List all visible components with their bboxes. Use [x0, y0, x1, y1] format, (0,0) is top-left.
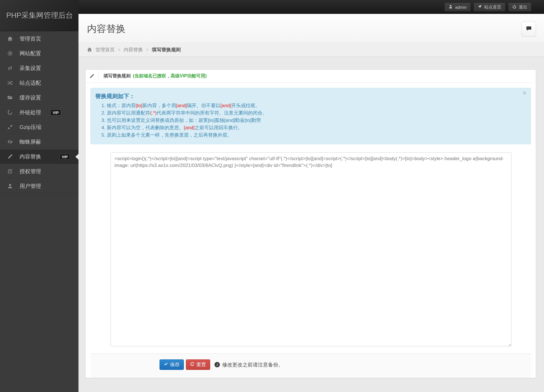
rule-line-4: 4. 新内容可以为空，代表删除的意思。[and]之前可以用回车换行。 [95, 124, 518, 132]
content-header: 内容替换 [78, 14, 544, 43]
sidebar-item-label: 用户管理 [20, 183, 41, 190]
panel-title: 填写替换规则 [103, 73, 131, 79]
sidebar-item-cache-settings[interactable]: 缓存设置 [0, 90, 78, 105]
home-icon [87, 47, 92, 52]
sidebar-item-label: 蜘蛛屏蔽 [20, 138, 41, 146]
rule-line-1: 1. 格式：原内容[to]新内容，多个用[and]隔开。但不要以[and]开头或… [95, 102, 518, 109]
page-body: 填写替换规则 (当前域名已授权，高级VIP功能可用) 替换规则如下： 1. 格式… [78, 57, 544, 378]
site-home-label: 站点首页 [484, 5, 501, 10]
user-account-label: admin [455, 5, 467, 10]
sidebar-item-label: 外链处理 [20, 109, 41, 116]
rules-alert: 替换规则如下： 1. 格式：原内容[to]新内容，多个用[and]隔开。但不要以… [90, 88, 531, 144]
vip-badge: VIP [60, 154, 70, 160]
sidebar-item-label: 网站配置 [20, 50, 41, 57]
panel-heading: 填写替换规则 (当前域名已授权，高级VIP功能可用) [86, 70, 536, 83]
sidebar-item-spider-block[interactable]: 蜘蛛屏蔽 [0, 135, 78, 149]
form-actions: 保存 重置 i 修改更改之前请注意备份。 [90, 353, 531, 378]
sidebar-item-label: 采集设置 [20, 65, 41, 72]
sidebar-item-label: 缓存设置 [20, 94, 41, 101]
user-icon [7, 183, 15, 189]
save-button[interactable]: 保存 [160, 359, 184, 370]
sidebar: PHP采集网管理后台 管理首页 网站配置 采集设置 站点适配 缓存设置 [0, 0, 78, 392]
main-content: 内容替换 管理首页 › 内容替换 › 填写替换规则 填写替换规则 (当前域名已授… [78, 14, 544, 392]
reset-button[interactable]: 重置 [186, 359, 210, 370]
app-logo: PHP采集网管理后台 [0, 0, 78, 31]
shuffle-icon [7, 80, 15, 86]
comment-button[interactable] [521, 22, 536, 37]
editor-wrap: <script>login()(.*)</script>[to][and]<sc… [110, 152, 511, 347]
refresh-icon [7, 110, 15, 115]
retweet-icon [7, 65, 15, 71]
topbar-actions: admin 站点首页 退出 [444, 3, 532, 12]
vip-badge: VIP [50, 109, 61, 115]
sidebar-item-label: 授权管理 [20, 168, 41, 175]
breadcrumb: 管理首页 › 内容替换 › 填写替换规则 [78, 43, 544, 57]
check-square-icon [7, 169, 15, 174]
rule-line-2: 2. 原内容可以用通配符(.*)代表两字符串中间的所有字符。注意元素间的闭合。 [95, 109, 518, 117]
sidebar-item-label: 内容替换 [20, 153, 41, 160]
rule-line-3: 3. 也可以用来设置近义词替换或伪原创，如：寂寞[to]孤独[and]勤奋[to… [95, 117, 518, 124]
reset-label: 重置 [196, 361, 206, 368]
compress-icon [7, 124, 15, 130]
sidebar-item-site-config[interactable]: 网站配置 [0, 46, 78, 61]
close-icon[interactable]: × [522, 90, 526, 96]
location-arrow-icon [478, 5, 482, 10]
chevron-right-icon: › [146, 46, 148, 53]
user-account-button[interactable]: admin [444, 3, 471, 12]
pencil-icon [86, 70, 98, 82]
sidebar-item-label: 站点适配 [20, 79, 41, 87]
topbar: admin 站点首页 退出 [0, 0, 544, 14]
power-icon [512, 5, 517, 10]
sidebar-item-label: Gzip压缩 [20, 124, 41, 131]
comment-bubble-icon [526, 26, 532, 33]
pencil-icon [7, 154, 15, 159]
sidebar-item-users[interactable]: 用户管理 [0, 179, 78, 194]
panel-authorization-note: (当前域名已授权，高级VIP功能可用) [133, 73, 207, 79]
home-icon [7, 36, 15, 41]
rules-alert-title: 替换规则如下： [95, 92, 518, 100]
sidebar-item-dashboard[interactable]: 管理首页 [0, 31, 78, 46]
check-icon [164, 362, 168, 368]
breadcrumb-item-current: 填写替换规则 [152, 46, 181, 53]
page-title: 内容替换 [78, 14, 544, 35]
sidebar-item-collect-settings[interactable]: 采集设置 [0, 61, 78, 76]
breadcrumb-item-dashboard[interactable]: 管理首页 [95, 46, 115, 53]
info-icon: i [214, 362, 220, 367]
logout-label: 退出 [519, 5, 527, 10]
backup-note: i 修改更改之前请注意备份。 [214, 361, 283, 368]
gear-icon [7, 51, 15, 56]
replace-rule-panel: 填写替换规则 (当前域名已授权，高级VIP功能可用) 替换规则如下： 1. 格式… [85, 69, 536, 378]
panel-body: 替换规则如下： 1. 格式：原内容[to]新内容，多个用[and]隔开。但不要以… [86, 83, 536, 378]
site-home-button[interactable]: 站点首页 [473, 3, 505, 12]
breadcrumb-item-content-replace[interactable]: 内容替换 [124, 46, 143, 53]
save-label: 保存 [170, 361, 180, 368]
folder-open-icon [7, 95, 15, 100]
eye-slash-icon [7, 139, 15, 145]
refresh-icon [190, 362, 194, 368]
logout-button[interactable]: 退出 [508, 3, 532, 12]
sidebar-menu: 管理首页 网站配置 采集设置 站点适配 缓存设置 外链处理 VI [0, 31, 78, 194]
sidebar-item-gzip[interactable]: Gzip压缩 [0, 120, 78, 135]
admin-app: admin 站点首页 退出 PHP采集网管理后台 管理首页 网站配置 [0, 0, 544, 392]
sidebar-item-content-replace[interactable]: 内容替换 VIP [0, 149, 78, 164]
sidebar-item-site-adapt[interactable]: 站点适配 [0, 76, 78, 90]
rule-line-5: 5. 原则上如果多个元素一样，先替换里层，之后再替换外层。 [95, 132, 518, 139]
backup-note-text: 修改更改之前请注意备份。 [222, 361, 283, 368]
chevron-right-icon: › [118, 46, 120, 53]
sidebar-item-license[interactable]: 授权管理 [0, 164, 78, 179]
sidebar-item-external-links[interactable]: 外链处理 VIP [0, 105, 78, 120]
sidebar-item-label: 管理首页 [20, 35, 41, 43]
user-icon [449, 5, 453, 10]
replace-rules-textarea[interactable]: <script>login()(.*)</script>[to][and]<sc… [110, 152, 511, 346]
